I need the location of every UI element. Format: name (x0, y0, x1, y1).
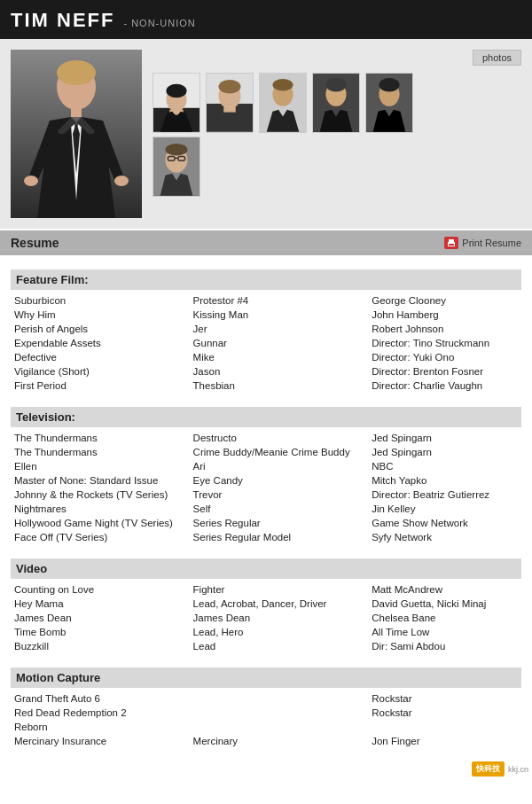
table-row: Vigilance (Short) Jason Director: Brento… (11, 364, 521, 379)
print-resume-label: Print Resume (462, 238, 521, 248)
photos-label-row: photos (153, 50, 521, 66)
table-row: Hey Mama Lead, Acrobat, Dancer, Driver D… (11, 597, 521, 611)
watermark-text: kkj.cn (508, 765, 528, 774)
svg-point-19 (272, 79, 293, 90)
svg-point-25 (379, 78, 399, 91)
thumbnail-2[interactable] (206, 73, 254, 133)
television-table: The Thundermans Destructo Jed Spingarn T… (11, 431, 521, 544)
video-table: Counting on Love Fighter Matt McAndrew H… (11, 582, 521, 653)
union-status: - NON-UNION (123, 18, 195, 28)
svg-point-28 (165, 144, 187, 155)
table-row: Why Him Kissing Man John Hamberg (11, 308, 521, 322)
table-row: Hollywood Game Night (TV Series) Series … (11, 516, 521, 530)
feature-film-section: Feature Film: Suburbicon Protestor #4 Ge… (11, 269, 521, 393)
svg-rect-34 (449, 244, 454, 246)
photos-button[interactable]: photos (473, 50, 521, 66)
motion-capture-section: Motion Capture Grand Theft Auto 6 Rockst… (11, 667, 521, 748)
table-row: Face Off (TV Series) Series Regular Mode… (11, 530, 521, 544)
table-row: Master of None: Standard Issue Eye Candy… (11, 473, 521, 488)
svg-point-10 (166, 84, 186, 98)
thumbnail-3[interactable] (259, 73, 307, 133)
thumbnail-6[interactable] (153, 137, 200, 197)
watermark-logo: 快科技 (472, 761, 505, 777)
resume-title: Resume (11, 236, 59, 250)
table-row: Defective Mike Director: Yuki Ono (11, 350, 521, 364)
table-row: James Dean James Dean Chelsea Bane (11, 611, 521, 625)
photo-right: photos (153, 50, 521, 218)
printer-svg (447, 238, 456, 247)
svg-point-5 (24, 176, 38, 186)
resume-header-bar: Resume Print Resume (0, 230, 532, 255)
actor-name: TIM NEFF (11, 9, 114, 32)
watermark: 快科技 kkj.cn (472, 761, 528, 777)
photo-section: photos (0, 39, 532, 229)
table-row: The Thundermans Crime Buddy/Meanie Crime… (11, 445, 521, 459)
print-resume-button[interactable]: Print Resume (444, 237, 521, 249)
page-header: TIM NEFF - NON-UNION (0, 0, 532, 39)
table-row: Counting on Love Fighter Matt McAndrew (11, 582, 521, 597)
table-row: Red Dead Redemption 2 Rockstar (11, 706, 521, 720)
svg-rect-4 (71, 106, 82, 117)
main-photo[interactable] (11, 50, 142, 218)
svg-rect-16 (223, 107, 235, 113)
motion-capture-table: Grand Theft Auto 6 Rockstar Red Dead Red… (11, 691, 521, 748)
svg-point-6 (114, 176, 129, 186)
table-row: Expendable Assets Gunnar Director: Tino … (11, 336, 521, 350)
main-photo-svg (11, 50, 142, 218)
watermark-area: 快科技 kkj.cn (0, 753, 532, 780)
table-row: Buzzkill Lead Dir: Sami Abdou (11, 639, 521, 653)
feature-film-table: Suburbicon Protestor #4 George Clooney W… (11, 293, 521, 393)
table-row: Suburbicon Protestor #4 George Clooney (11, 293, 521, 308)
motion-capture-title: Motion Capture (11, 667, 521, 688)
thumbnail-row-1 (153, 73, 521, 133)
television-title: Television: (11, 407, 521, 427)
table-row: Nightmares Self Jin Kelley (11, 502, 521, 516)
thumbnail-row-2 (153, 137, 521, 197)
television-section: Television: The Thundermans Destructo Je… (11, 407, 521, 544)
table-row: First Period Thesbian Director: Charlie … (11, 379, 521, 393)
svg-point-15 (218, 80, 240, 93)
feature-film-title: Feature Film: (11, 269, 521, 290)
svg-point-22 (325, 78, 346, 91)
thumbnail-1[interactable] (153, 73, 200, 133)
table-row: The Thundermans Destructo Jed Spingarn (11, 431, 521, 445)
table-row: Johnny & the Rockets (TV Series) Trevor … (11, 488, 521, 502)
table-row: Mercinary Insurance Mercinary Jon Finger (11, 734, 521, 748)
print-icon (444, 237, 458, 249)
thumbnail-5[interactable] (365, 73, 413, 133)
table-row: Reborn (11, 720, 521, 734)
video-section: Video Counting on Love Fighter Matt McAn… (11, 558, 521, 653)
resume-content: Feature Film: Suburbicon Protestor #4 Ge… (0, 255, 532, 753)
table-row: Ellen Ari NBC (11, 459, 521, 473)
video-title: Video (11, 558, 521, 579)
svg-rect-33 (449, 239, 454, 243)
table-row: Perish of Angels Jer Robert Johnson (11, 322, 521, 336)
table-row: Grand Theft Auto 6 Rockstar (11, 691, 521, 706)
svg-point-3 (57, 60, 96, 85)
thumbnail-4[interactable] (312, 73, 360, 133)
table-row: Time Bomb Lead, Hero All Time Low (11, 625, 521, 639)
